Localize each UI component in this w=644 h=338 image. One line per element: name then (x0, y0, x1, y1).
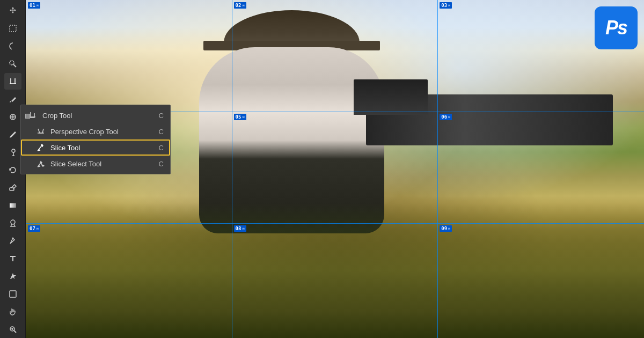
lasso-tool[interactable] (4, 38, 21, 54)
zoom-tool[interactable] (4, 321, 21, 338)
svg-rect-8 (10, 203, 16, 208)
eraser-tool[interactable] (4, 179, 21, 196)
clone-stamp-tool[interactable] (4, 144, 21, 160)
svg-point-9 (11, 220, 15, 224)
brush-tool[interactable] (4, 126, 21, 143)
marquee-tool[interactable] (4, 20, 21, 36)
slice-menu-icon (35, 142, 46, 153)
slice-select-menu-icon (35, 158, 46, 169)
healing-brush-tool[interactable] (4, 108, 21, 125)
path-select-tool[interactable] (4, 268, 21, 285)
gradient-tool[interactable] (4, 197, 21, 214)
eyedropper-tool[interactable] (4, 91, 21, 107)
shape-tool[interactable] (4, 286, 21, 303)
slice-select-shortcut: C (159, 160, 164, 168)
svg-line-2 (13, 64, 16, 67)
slice-tool-shortcut: C (159, 144, 164, 152)
context-menu: Crop Tool C Perspective Crop Tool C Slic… (20, 105, 171, 174)
svg-rect-11 (10, 291, 16, 297)
move-tool[interactable] (4, 2, 21, 19)
svg-point-6 (12, 149, 15, 152)
menu-item-perspective-crop[interactable]: Perspective Crop Tool C (21, 123, 170, 139)
perspective-crop-shortcut: C (159, 128, 164, 136)
crop-tool-btn[interactable] (4, 73, 21, 90)
history-brush-tool[interactable] (4, 161, 21, 178)
svg-point-1 (10, 61, 14, 65)
crop-tool-shortcut: C (159, 112, 164, 120)
svg-point-10 (12, 238, 13, 239)
camera-shape (366, 94, 613, 145)
perspective-crop-label: Perspective Crop Tool (50, 128, 155, 136)
quick-select-tool[interactable] (4, 55, 21, 72)
ps-logo-text: Ps (605, 17, 627, 39)
grass-overlay (26, 203, 644, 338)
perspective-crop-menu-icon (35, 126, 46, 137)
ps-logo: Ps (595, 6, 638, 49)
menu-item-slice-select[interactable]: Slice Select Tool C (21, 156, 170, 172)
pen-tool[interactable] (4, 233, 21, 249)
menu-item-slice[interactable]: Slice Tool C (21, 139, 170, 156)
type-tool[interactable] (4, 251, 21, 267)
menu-item-crop[interactable]: Crop Tool C (21, 107, 170, 123)
crop-tool-label: Crop Tool (42, 112, 155, 120)
svg-line-13 (14, 330, 16, 333)
dodge-tool[interactable] (4, 215, 21, 232)
hand-tool[interactable] (4, 304, 21, 320)
svg-rect-0 (10, 25, 16, 32)
slice-select-label: Slice Select Tool (50, 160, 155, 168)
slice-tool-label: Slice Tool (50, 144, 155, 152)
